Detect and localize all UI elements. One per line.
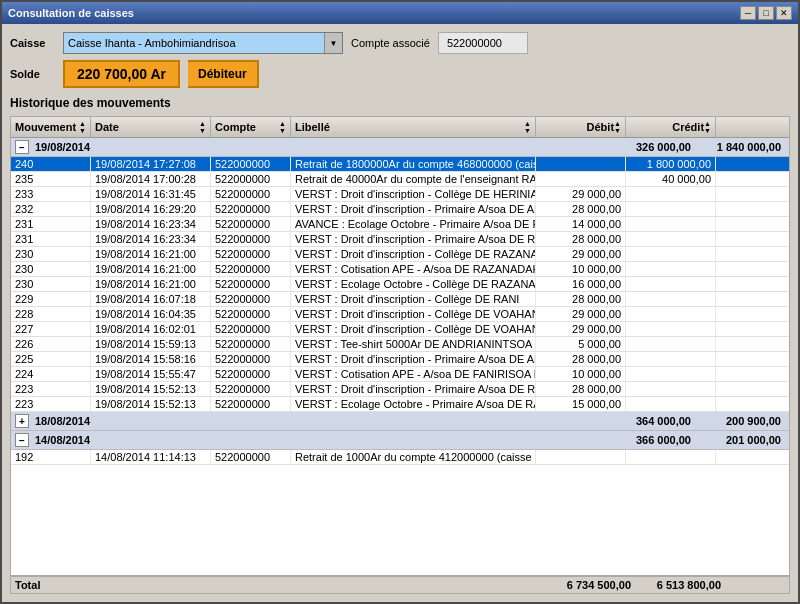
table-body[interactable]: − 19/08/2014 326 000,00 1 840 000,00 240…	[11, 138, 789, 575]
group-row[interactable]: + 18/08/2014 364 000,00 200 900,00	[11, 412, 789, 431]
group-date: 14/08/2014	[35, 434, 605, 446]
cell-debit	[536, 450, 626, 464]
cell-date: 19/08/2014 17:27:08	[91, 157, 211, 171]
table-row[interactable]: 231 19/08/2014 16:23:34 522000000 AVANCE…	[11, 217, 789, 232]
table-row[interactable]: 192 14/08/2014 11:14:13 522000000 Retrai…	[11, 450, 789, 465]
table-row[interactable]: 233 19/08/2014 16:31:45 522000000 VERST …	[11, 187, 789, 202]
cell-debit: 29 000,00	[536, 322, 626, 336]
footer-total-label: Total	[15, 579, 545, 591]
group-row[interactable]: − 14/08/2014 366 000,00 201 000,00	[11, 431, 789, 450]
cell-credit	[626, 247, 716, 261]
cell-libelle: VERST : Droit d'inscription - Primaire A…	[291, 202, 536, 216]
cell-debit: 14 000,00	[536, 217, 626, 231]
cell-libelle: AVANCE : Ecolage Octobre - Primaire A/so…	[291, 217, 536, 231]
maximize-button[interactable]: □	[758, 6, 774, 20]
group-debit-total: 366 000,00	[605, 434, 695, 446]
cell-debit: 16 000,00	[536, 277, 626, 291]
table-row[interactable]: 230 19/08/2014 16:21:00 522000000 VERST …	[11, 262, 789, 277]
th-scroll	[716, 117, 732, 137]
cell-compte: 522000000	[211, 157, 291, 171]
group-date: 19/08/2014	[35, 141, 605, 153]
table-row[interactable]: 223 19/08/2014 15:52:13 522000000 VERST …	[11, 397, 789, 412]
cell-date: 19/08/2014 16:02:01	[91, 322, 211, 336]
group-toggle-icon[interactable]: −	[15, 433, 29, 447]
table-row[interactable]: 223 19/08/2014 15:52:13 522000000 VERST …	[11, 382, 789, 397]
cell-libelle: VERST : Droit d'inscription - Collège DE…	[291, 307, 536, 321]
footer-total-debit: 6 734 500,00	[545, 579, 635, 591]
group-debit-total: 326 000,00	[605, 141, 695, 153]
cell-compte: 522000000	[211, 337, 291, 351]
table-row[interactable]: 230 19/08/2014 16:21:00 522000000 VERST …	[11, 277, 789, 292]
solde-label: Solde	[10, 68, 55, 80]
th-compte[interactable]: Compte ▲▼	[211, 117, 291, 137]
cell-libelle: VERST : Ecolage Octobre - Primaire A/soa…	[291, 397, 536, 411]
table-row[interactable]: 229 19/08/2014 16:07:18 522000000 VERST …	[11, 292, 789, 307]
table-row[interactable]: 231 19/08/2014 16:23:34 522000000 VERST …	[11, 232, 789, 247]
th-debit[interactable]: Débit ▲▼	[536, 117, 626, 137]
cell-mouvement: 230	[11, 262, 91, 276]
cell-compte: 522000000	[211, 232, 291, 246]
cell-compte: 522000000	[211, 172, 291, 186]
table-row[interactable]: 224 19/08/2014 15:55:47 522000000 VERST …	[11, 367, 789, 382]
cell-credit: 1 800 000,00	[626, 157, 716, 171]
group-row[interactable]: − 19/08/2014 326 000,00 1 840 000,00	[11, 138, 789, 157]
table-row[interactable]: 226 19/08/2014 15:59:13 522000000 VERST …	[11, 337, 789, 352]
sort-compte-icon: ▲▼	[279, 120, 286, 134]
sort-date-icon: ▲▼	[199, 120, 206, 134]
table-row[interactable]: 228 19/08/2014 16:04:35 522000000 VERST …	[11, 307, 789, 322]
cell-mouvement: 192	[11, 450, 91, 464]
caisse-input[interactable]	[64, 33, 324, 53]
cell-compte: 522000000	[211, 217, 291, 231]
th-libelle[interactable]: Libellé ▲▼	[291, 117, 536, 137]
cell-credit	[626, 337, 716, 351]
caisse-combo[interactable]: ▼	[63, 32, 343, 54]
cell-date: 14/08/2014 11:14:13	[91, 450, 211, 464]
table-row[interactable]: 230 19/08/2014 16:21:00 522000000 VERST …	[11, 247, 789, 262]
cell-mouvement: 226	[11, 337, 91, 351]
cell-mouvement: 227	[11, 322, 91, 336]
cell-credit	[626, 262, 716, 276]
group-toggle-icon[interactable]: +	[15, 414, 29, 428]
cell-mouvement: 230	[11, 277, 91, 291]
cell-date: 19/08/2014 16:04:35	[91, 307, 211, 321]
table-row[interactable]: 232 19/08/2014 16:29:20 522000000 VERST …	[11, 202, 789, 217]
table-row[interactable]: 235 19/08/2014 17:00:28 522000000 Retrai…	[11, 172, 789, 187]
minimize-button[interactable]: ─	[740, 6, 756, 20]
cell-date: 19/08/2014 15:55:47	[91, 367, 211, 381]
cell-debit: 28 000,00	[536, 202, 626, 216]
table-row[interactable]: 225 19/08/2014 15:58:16 522000000 VERST …	[11, 352, 789, 367]
cell-compte: 522000000	[211, 450, 291, 464]
cell-mouvement: 232	[11, 202, 91, 216]
combo-arrow-icon[interactable]: ▼	[324, 33, 342, 53]
cell-libelle: VERST : Ecolage Octobre - Collège DE RAZ…	[291, 277, 536, 291]
cell-credit	[626, 232, 716, 246]
cell-debit: 28 000,00	[536, 232, 626, 246]
table-row[interactable]: 227 19/08/2014 16:02:01 522000000 VERST …	[11, 322, 789, 337]
cell-libelle: VERST : Cotisation APE - A/soa DE FANIRI…	[291, 367, 536, 381]
table-header: Mouvement ▲▼ Date ▲▼ Compte ▲▼ Libellé ▲…	[11, 117, 789, 138]
cell-credit	[626, 397, 716, 411]
th-credit[interactable]: Crédit ▲▼	[626, 117, 716, 137]
sort-libelle-icon: ▲▼	[524, 120, 531, 134]
cell-date: 19/08/2014 16:21:00	[91, 277, 211, 291]
cell-mouvement: 230	[11, 247, 91, 261]
cell-mouvement: 223	[11, 382, 91, 396]
cell-credit	[626, 307, 716, 321]
cell-mouvement: 228	[11, 307, 91, 321]
th-date[interactable]: Date ▲▼	[91, 117, 211, 137]
window-title: Consultation de caisses	[8, 7, 134, 19]
historique-title: Historique des mouvements	[10, 96, 790, 110]
mouvements-table: Mouvement ▲▼ Date ▲▼ Compte ▲▼ Libellé ▲…	[10, 116, 790, 594]
cell-libelle: VERST : Droit d'inscription - Primaire A…	[291, 352, 536, 366]
cell-debit	[536, 172, 626, 186]
solde-row: Solde 220 700,00 Ar Débiteur	[10, 60, 790, 88]
group-toggle-icon[interactable]: −	[15, 140, 29, 154]
th-mouvement[interactable]: Mouvement ▲▼	[11, 117, 91, 137]
table-row[interactable]: 240 19/08/2014 17:27:08 522000000 Retrai…	[11, 157, 789, 172]
close-button[interactable]: ✕	[776, 6, 792, 20]
cell-mouvement: 233	[11, 187, 91, 201]
cell-libelle: VERST : Tee-shirt 5000Ar DE ANDRIANINTSO…	[291, 337, 536, 351]
sort-mouvement-icon: ▲▼	[79, 120, 86, 134]
cell-date: 19/08/2014 16:31:45	[91, 187, 211, 201]
cell-date: 19/08/2014 15:59:13	[91, 337, 211, 351]
